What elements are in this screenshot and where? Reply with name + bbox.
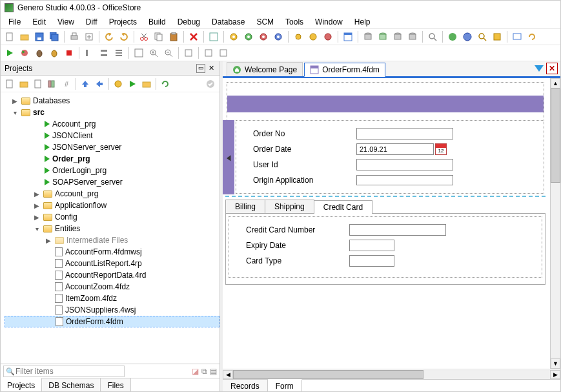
tree-file-itemzoom-4fdz[interactable]: ItemZoom.4fdz bbox=[5, 293, 219, 304]
help-ball-icon[interactable] bbox=[446, 30, 459, 43]
print-icon[interactable] bbox=[68, 30, 81, 43]
pt-doc-icon[interactable] bbox=[32, 77, 45, 90]
globe-icon[interactable] bbox=[461, 30, 474, 43]
step2-icon[interactable] bbox=[97, 46, 110, 59]
calendar-icon[interactable]: 12 bbox=[435, 143, 447, 155]
scroll-left-icon[interactable]: ◀ bbox=[223, 370, 233, 379]
monitor-icon[interactable] bbox=[511, 30, 524, 43]
misc1-icon[interactable] bbox=[182, 46, 195, 59]
db2-icon[interactable] bbox=[376, 30, 389, 43]
gear-blue-icon[interactable] bbox=[272, 30, 285, 43]
open-icon[interactable] bbox=[18, 30, 31, 43]
expand-icon[interactable]: ▶ bbox=[33, 202, 41, 209]
scroll-thumb[interactable] bbox=[233, 370, 423, 379]
tree-node-soapserver_server[interactable]: •SOAPServer_server bbox=[5, 176, 219, 188]
scroll-down-icon[interactable]: ▼ bbox=[551, 358, 560, 369]
tab-creditcard[interactable]: Credit Card bbox=[314, 200, 372, 214]
pt-lib-icon[interactable] bbox=[46, 77, 59, 90]
tab-records[interactable]: Records bbox=[223, 380, 268, 392]
pt-check-icon[interactable] bbox=[204, 77, 217, 90]
tree-node-jsonserver_server[interactable]: •JSONServer_server bbox=[5, 141, 219, 153]
zoom-fit-icon[interactable] bbox=[132, 46, 145, 59]
cardtype-input[interactable] bbox=[349, 255, 394, 267]
menu-file[interactable]: File bbox=[3, 16, 26, 28]
bug-icon[interactable] bbox=[33, 46, 46, 59]
zoom-out-icon[interactable] bbox=[162, 46, 175, 59]
orderno-input[interactable] bbox=[356, 128, 453, 139]
tree-file-orderform-4fdm[interactable]: OrderForm.4fdm bbox=[5, 316, 219, 327]
tree-node-orderlogin_prg[interactable]: •OrderLogin_prg bbox=[5, 165, 219, 176]
pt-new-icon[interactable] bbox=[3, 77, 16, 90]
bug2-icon[interactable] bbox=[48, 46, 61, 59]
tree-node-applicationflow[interactable]: ▶Applicationflow bbox=[5, 200, 219, 211]
pt-run-icon[interactable] bbox=[126, 77, 139, 90]
puzzle-icon[interactable] bbox=[491, 30, 504, 43]
menu-projects[interactable]: Projects bbox=[104, 16, 142, 28]
origin-input[interactable] bbox=[356, 175, 453, 185]
filter-input[interactable] bbox=[3, 366, 125, 377]
gear2-icon[interactable] bbox=[307, 30, 320, 43]
tab-shipping[interactable]: Shipping bbox=[265, 200, 314, 213]
form-editor[interactable]: ◀ Order No Order Date 21.09.21 12 bbox=[223, 78, 550, 369]
misc2-icon[interactable] bbox=[202, 46, 215, 59]
tree-file-jsonsuppliers-4wsj[interactable]: JSONSuppliers.4wsj bbox=[5, 304, 219, 316]
tree-node-order_prg[interactable]: •Order_prg bbox=[5, 153, 219, 165]
orderdate-input[interactable]: 21.09.21 bbox=[356, 143, 434, 155]
debug-icon[interactable] bbox=[18, 46, 31, 59]
expand-icon[interactable]: ▶ bbox=[11, 98, 19, 105]
gear-green-icon[interactable] bbox=[242, 30, 255, 43]
expand-icon[interactable]: ▶ bbox=[33, 191, 41, 198]
copy-small-icon[interactable]: ⧉ bbox=[201, 367, 207, 376]
tree-node-databases[interactable]: ▶ Databases bbox=[5, 95, 219, 107]
cut-icon[interactable] bbox=[138, 30, 150, 43]
misc3-icon[interactable] bbox=[217, 46, 230, 59]
menu-edit[interactable]: Edit bbox=[27, 16, 51, 28]
collapse-icon[interactable]: ▾ bbox=[33, 225, 41, 232]
menu-help[interactable]: Help bbox=[349, 16, 376, 28]
collapse-icon[interactable]: ▾ bbox=[11, 109, 19, 116]
find2-icon[interactable] bbox=[476, 30, 489, 43]
scroll-up-icon[interactable]: ▲ bbox=[551, 78, 560, 88]
tab-form[interactable]: Form bbox=[268, 379, 302, 392]
zoom-in-icon[interactable] bbox=[147, 46, 160, 59]
db3-icon[interactable] bbox=[391, 30, 404, 43]
undo-icon[interactable] bbox=[103, 30, 116, 43]
eraser-icon[interactable]: ◪ bbox=[192, 367, 199, 376]
pt-gear-icon[interactable] bbox=[112, 77, 125, 90]
tree-file-accountlistreport-4rp[interactable]: AccountListReport.4rp bbox=[5, 258, 219, 269]
tree-node-config[interactable]: ▶Config bbox=[5, 211, 219, 223]
tree-node-jsonclient[interactable]: •JSONClient bbox=[5, 130, 219, 141]
step3-icon[interactable] bbox=[112, 46, 125, 59]
scroll-thumb[interactable] bbox=[551, 88, 560, 183]
pt-up-icon[interactable] bbox=[79, 77, 92, 90]
sun-icon[interactable] bbox=[292, 30, 305, 43]
userid-input[interactable] bbox=[356, 159, 453, 170]
tree-file-accountreportdata-4rd[interactable]: AccountReportData.4rd bbox=[5, 269, 219, 281]
close-tab-icon[interactable]: ✕ bbox=[546, 63, 558, 74]
redo-icon[interactable] bbox=[117, 30, 130, 43]
tab-dbschemas[interactable]: DB Schemas bbox=[42, 378, 101, 392]
new-icon[interactable] bbox=[3, 30, 16, 43]
menu-window[interactable]: Window bbox=[310, 16, 348, 28]
menu-scm[interactable]: SCM bbox=[251, 16, 279, 28]
tab-billing[interactable]: Billing bbox=[225, 200, 265, 213]
pt-folder2-icon[interactable] bbox=[140, 77, 153, 90]
pt-left-icon[interactable] bbox=[93, 77, 106, 90]
save-icon[interactable] bbox=[33, 30, 46, 43]
expand-icon[interactable]: ▶ bbox=[33, 214, 41, 221]
tree-node-account_prg[interactable]: ▶Account_prg bbox=[5, 188, 219, 200]
tab-orderform[interactable]: OrderForm.4fdm bbox=[304, 63, 385, 77]
stack-icon[interactable]: ▤ bbox=[210, 367, 217, 376]
gear-red-icon[interactable] bbox=[257, 30, 270, 43]
editor-vscroll[interactable]: ▲ ▼ bbox=[550, 78, 560, 369]
run-icon[interactable] bbox=[3, 46, 16, 59]
tree-node-account_prg[interactable]: •Account_prg bbox=[5, 118, 219, 130]
tool-a-icon[interactable] bbox=[207, 30, 220, 43]
db4-icon[interactable] bbox=[406, 30, 419, 43]
save-all-icon[interactable] bbox=[48, 30, 61, 43]
tree-node-entities[interactable]: ▾ Entities bbox=[5, 223, 219, 234]
refresh2-icon[interactable] bbox=[525, 30, 538, 43]
window-icon[interactable] bbox=[342, 30, 354, 43]
tab-files[interactable]: Files bbox=[101, 378, 130, 392]
pane-close-icon[interactable]: ✕ bbox=[207, 64, 216, 73]
